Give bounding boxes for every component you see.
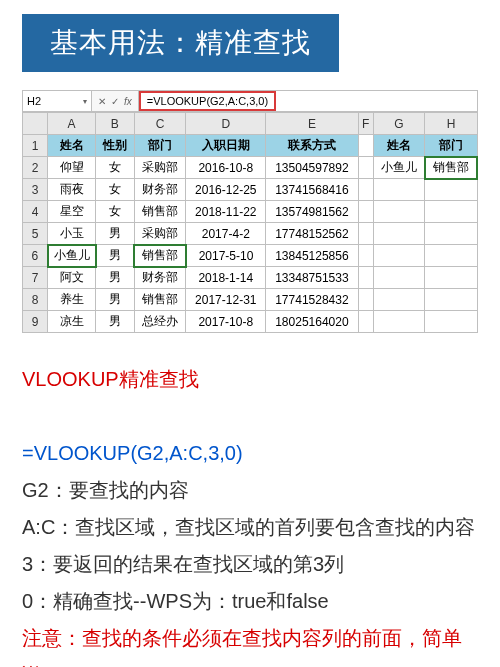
- explain-line: A:C：查找区域，查找区域的首列要包含查找的内容: [22, 509, 478, 546]
- lookup-result-cell[interactable]: 销售部: [425, 157, 477, 179]
- cell[interactable]: [425, 289, 477, 311]
- cell-highlight[interactable]: 销售部: [134, 245, 186, 267]
- cell[interactable]: 姓名: [48, 135, 96, 157]
- cell[interactable]: 联系方式: [266, 135, 359, 157]
- cell[interactable]: 17741528432: [266, 289, 359, 311]
- cell[interactable]: 小玉: [48, 223, 96, 245]
- cell[interactable]: 2017-5-10: [186, 245, 266, 267]
- cell[interactable]: [373, 223, 425, 245]
- col-header[interactable]: E: [266, 113, 359, 135]
- cell[interactable]: [425, 201, 477, 223]
- cell[interactable]: [373, 311, 425, 333]
- cell[interactable]: 13504597892: [266, 157, 359, 179]
- cell[interactable]: 13574981562: [266, 201, 359, 223]
- col-header[interactable]: F: [358, 113, 373, 135]
- cell[interactable]: [358, 179, 373, 201]
- cell[interactable]: 部门: [134, 135, 186, 157]
- cell[interactable]: 仰望: [48, 157, 96, 179]
- col-header[interactable]: C: [134, 113, 186, 135]
- cell[interactable]: 13845125856: [266, 245, 359, 267]
- cell[interactable]: 2018-1-14: [186, 267, 266, 289]
- row-header[interactable]: 5: [23, 223, 48, 245]
- row-header[interactable]: 7: [23, 267, 48, 289]
- cell[interactable]: 2017-4-2: [186, 223, 266, 245]
- cell[interactable]: 采购部: [134, 223, 186, 245]
- col-header[interactable]: D: [186, 113, 266, 135]
- cell[interactable]: [373, 289, 425, 311]
- cell[interactable]: [358, 311, 373, 333]
- cell[interactable]: 2016-12-25: [186, 179, 266, 201]
- cell[interactable]: 养生: [48, 289, 96, 311]
- cell[interactable]: [425, 267, 477, 289]
- name-box[interactable]: H2 ▾: [23, 91, 92, 111]
- cell[interactable]: 女: [96, 201, 134, 223]
- corner-cell[interactable]: [23, 113, 48, 135]
- col-header[interactable]: H: [425, 113, 477, 135]
- cell[interactable]: 入职日期: [186, 135, 266, 157]
- cell[interactable]: [358, 201, 373, 223]
- lookup-name-cell[interactable]: 小鱼儿: [373, 157, 425, 179]
- cell[interactable]: 2018-11-22: [186, 201, 266, 223]
- cell[interactable]: 2016-10-8: [186, 157, 266, 179]
- cell[interactable]: 2017-10-8: [186, 311, 266, 333]
- col-header[interactable]: B: [96, 113, 134, 135]
- cell[interactable]: 财务部: [134, 267, 186, 289]
- cell[interactable]: 性别: [96, 135, 134, 157]
- cell[interactable]: 凉生: [48, 311, 96, 333]
- formula-buttons: ✕ ✓ fx: [92, 91, 139, 111]
- row-header[interactable]: 9: [23, 311, 48, 333]
- col-header[interactable]: A: [48, 113, 96, 135]
- cell[interactable]: [373, 267, 425, 289]
- cell[interactable]: [425, 311, 477, 333]
- cell[interactable]: [373, 245, 425, 267]
- cell[interactable]: [358, 267, 373, 289]
- explain-title: VLOOKUP精准查找: [22, 361, 478, 398]
- row-header[interactable]: 6: [23, 245, 48, 267]
- cell[interactable]: [373, 179, 425, 201]
- cell[interactable]: [425, 223, 477, 245]
- cell[interactable]: 姓名: [373, 135, 425, 157]
- cell[interactable]: [358, 289, 373, 311]
- cancel-icon[interactable]: ✕: [98, 96, 106, 107]
- cell[interactable]: [358, 135, 373, 157]
- cell[interactable]: 女: [96, 157, 134, 179]
- cell[interactable]: 采购部: [134, 157, 186, 179]
- fx-icon[interactable]: fx: [124, 96, 132, 107]
- cell[interactable]: 17748152562: [266, 223, 359, 245]
- cell[interactable]: 雨夜: [48, 179, 96, 201]
- cell[interactable]: [425, 179, 477, 201]
- explain-formula: =VLOOKUP(G2,A:C,3,0): [22, 435, 478, 472]
- row-header[interactable]: 1: [23, 135, 48, 157]
- cell[interactable]: 男: [96, 289, 134, 311]
- cell[interactable]: 13741568416: [266, 179, 359, 201]
- row-header[interactable]: 2: [23, 157, 48, 179]
- row-header[interactable]: 3: [23, 179, 48, 201]
- cell[interactable]: 部门: [425, 135, 477, 157]
- cell[interactable]: 星空: [48, 201, 96, 223]
- cell-highlight[interactable]: 小鱼儿: [48, 245, 96, 267]
- cell[interactable]: 男: [96, 245, 134, 267]
- row-header[interactable]: 4: [23, 201, 48, 223]
- cell[interactable]: 18025164020: [266, 311, 359, 333]
- cell[interactable]: 女: [96, 179, 134, 201]
- cell[interactable]: 男: [96, 223, 134, 245]
- row-header[interactable]: 8: [23, 289, 48, 311]
- cell[interactable]: 总经办: [134, 311, 186, 333]
- cell[interactable]: 销售部: [134, 201, 186, 223]
- enter-icon[interactable]: ✓: [111, 96, 119, 107]
- cell[interactable]: [358, 157, 373, 179]
- cell[interactable]: 男: [96, 267, 134, 289]
- cell[interactable]: 财务部: [134, 179, 186, 201]
- cell[interactable]: 阿文: [48, 267, 96, 289]
- col-header[interactable]: G: [373, 113, 425, 135]
- cell[interactable]: 男: [96, 311, 134, 333]
- cell[interactable]: [425, 245, 477, 267]
- formula-input[interactable]: =VLOOKUP(G2,A:C,3,0): [139, 91, 477, 111]
- cell[interactable]: [358, 245, 373, 267]
- cell[interactable]: 2017-12-31: [186, 289, 266, 311]
- cell[interactable]: 13348751533: [266, 267, 359, 289]
- worksheet-grid[interactable]: A B C D E F G H 1 姓名 性别 部门 入职日期 联系方式 姓名 …: [22, 112, 478, 333]
- cell[interactable]: [373, 201, 425, 223]
- cell[interactable]: 销售部: [134, 289, 186, 311]
- cell[interactable]: [358, 223, 373, 245]
